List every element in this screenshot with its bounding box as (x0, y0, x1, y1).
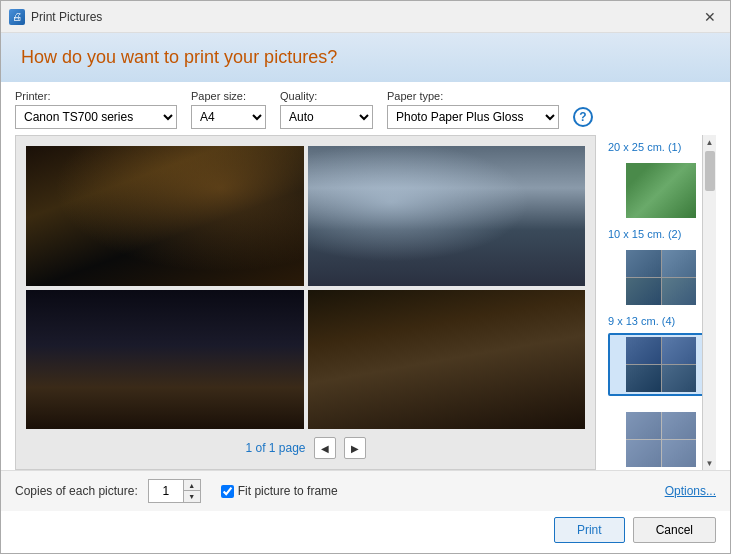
scrollbar: ▲ ▼ (702, 135, 716, 470)
header-banner: How do you want to print your pictures? (1, 33, 730, 82)
action-row: Print Cancel (1, 511, 730, 553)
print-dialog: 🖨 Print Pictures ✕ How do you want to pr… (0, 0, 731, 554)
photo-cell-1 (26, 146, 304, 286)
main-content: 1 of 1 page ◀ ▶ 20 x 25 cm. (1) 10 x 15 … (1, 135, 730, 470)
thumb-preview-3 (626, 337, 696, 392)
help-button[interactable]: ? (573, 107, 593, 127)
thumb-preview-4 (626, 412, 696, 467)
fit-checkbox[interactable] (221, 485, 234, 498)
thumb-item-1[interactable] (608, 159, 714, 222)
thumb-label-3: 9 x 13 cm. (4) (608, 313, 714, 329)
preview-area: 1 of 1 page ◀ ▶ (15, 135, 596, 470)
cancel-button[interactable]: Cancel (633, 517, 716, 543)
thumb-label-2: 10 x 15 cm. (2) (608, 226, 714, 242)
paper-type-label: Paper type: (387, 90, 559, 102)
close-button[interactable]: ✕ (698, 5, 722, 29)
printer-control: Printer: Canon TS700 series Microsoft Pr… (15, 90, 177, 129)
scroll-down-button[interactable]: ▼ (703, 456, 717, 470)
spinner-down-button[interactable]: ▼ (184, 491, 200, 502)
photo-grid (26, 146, 585, 429)
page-nav: 1 of 1 page ◀ ▶ (245, 437, 365, 459)
spinner-up-button[interactable]: ▲ (184, 480, 200, 491)
thumbnail-panel: 20 x 25 cm. (1) 10 x 15 cm. (2) 9 x 13 c… (606, 135, 716, 470)
fit-checkbox-group: Fit picture to frame (221, 484, 338, 498)
paper-size-label: Paper size: (191, 90, 266, 102)
scroll-thumb[interactable] (705, 151, 715, 191)
title-bar-left: 🖨 Print Pictures (9, 9, 102, 25)
title-bar: 🖨 Print Pictures ✕ (1, 1, 730, 33)
photo-cell-4 (308, 290, 586, 430)
copies-spinner: ▲ ▼ (148, 479, 201, 503)
dialog-title: Print Pictures (31, 10, 102, 24)
spinner-buttons: ▲ ▼ (184, 480, 200, 502)
print-button[interactable]: Print (554, 517, 625, 543)
photo-cell-3 (26, 290, 304, 430)
paper-type-select[interactable]: Photo Paper Plus Gloss Plain Paper Photo… (387, 105, 559, 129)
bottom-bar: Copies of each picture: ▲ ▼ Fit picture … (1, 470, 730, 511)
paper-size-select[interactable]: A4 Letter 4x6 5x7 (191, 105, 266, 129)
quality-label: Quality: (280, 90, 373, 102)
quality-control: Quality: Auto Draft Standard High (280, 90, 373, 129)
thumb-label-4 (608, 400, 714, 404)
thumb-preview-1 (626, 163, 696, 218)
next-page-button[interactable]: ▶ (344, 437, 366, 459)
quality-select[interactable]: Auto Draft Standard High (280, 105, 373, 129)
thumb-item-2[interactable] (608, 246, 714, 309)
photo-cell-2 (308, 146, 586, 286)
paper-size-control: Paper size: A4 Letter 4x6 5x7 (191, 90, 266, 129)
thumb-preview-2 (626, 250, 696, 305)
copies-input[interactable] (149, 480, 184, 502)
controls-row: Printer: Canon TS700 series Microsoft Pr… (1, 82, 730, 135)
prev-page-button[interactable]: ◀ (314, 437, 336, 459)
options-button[interactable]: Options... (665, 484, 716, 498)
thumb-item-4[interactable] (608, 408, 714, 470)
thumbnail-panel-container: 20 x 25 cm. (1) 10 x 15 cm. (2) 9 x 13 c… (606, 135, 716, 470)
copies-label: Copies of each picture: (15, 484, 138, 498)
printer-select[interactable]: Canon TS700 series Microsoft Print to PD… (15, 105, 177, 129)
fit-label[interactable]: Fit picture to frame (238, 484, 338, 498)
thumb-label-1: 20 x 25 cm. (1) (608, 139, 714, 155)
printer-label: Printer: (15, 90, 177, 102)
printer-icon: 🖨 (9, 9, 25, 25)
thumb-item-3[interactable] (608, 333, 714, 396)
paper-type-control: Paper type: Photo Paper Plus Gloss Plain… (387, 90, 559, 129)
header-question: How do you want to print your pictures? (21, 47, 710, 68)
page-info: 1 of 1 page (245, 441, 305, 455)
scroll-up-button[interactable]: ▲ (703, 135, 717, 149)
